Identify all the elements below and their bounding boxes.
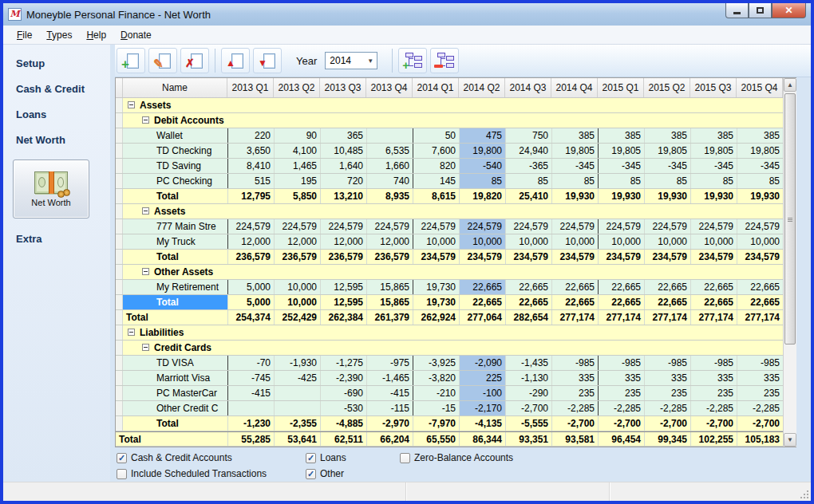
collapse-icon[interactable] xyxy=(142,268,149,275)
cell[interactable]: 8,410 xyxy=(227,159,274,173)
cell[interactable]: 235 xyxy=(598,386,644,400)
cell[interactable]: 86,344 xyxy=(459,432,505,446)
cell[interactable]: 224,579 xyxy=(737,219,783,234)
cell[interactable]: 5,000 xyxy=(227,280,274,294)
row-name-total[interactable]: Total xyxy=(123,310,227,325)
cell[interactable]: -425 xyxy=(274,371,320,385)
add-button[interactable]: + xyxy=(117,48,145,73)
cell[interactable]: 10,000 xyxy=(737,234,783,249)
cell[interactable]: 234,579 xyxy=(737,250,783,264)
cell[interactable]: 234,579 xyxy=(644,250,690,264)
cell[interactable]: 335 xyxy=(551,371,598,385)
cell[interactable] xyxy=(366,128,413,143)
scroll-down-icon[interactable]: ▼ xyxy=(784,433,796,447)
cell[interactable]: 12,795 xyxy=(227,189,274,203)
group-row-assets[interactable]: Assets xyxy=(123,204,783,219)
scrollbar-track[interactable] xyxy=(784,93,796,432)
cell[interactable]: -2,970 xyxy=(366,416,413,431)
checkbox-cash-credit-accounts[interactable]: ✓Cash & Credit Accounts xyxy=(117,451,306,465)
row-name-td-visa[interactable]: TD VISA xyxy=(123,356,227,370)
cell[interactable]: 12,595 xyxy=(320,295,366,309)
cell[interactable]: 335 xyxy=(690,371,737,385)
sidebar-item-setup[interactable]: Setup xyxy=(16,57,110,69)
resize-grip[interactable] xyxy=(807,497,808,498)
cell[interactable]: 224,579 xyxy=(320,219,366,234)
cell[interactable]: 720 xyxy=(320,174,366,188)
cell[interactable]: 12,000 xyxy=(320,234,366,249)
cell[interactable]: 22,665 xyxy=(598,295,644,309)
expand-all-button[interactable]: + xyxy=(398,48,427,73)
cell[interactable]: -4,885 xyxy=(320,416,366,431)
group-row-assets[interactable]: Assets xyxy=(123,98,783,112)
row-name-total[interactable]: Total xyxy=(123,416,227,431)
cell[interactable]: 22,665 xyxy=(690,295,737,309)
cell[interactable]: 224,579 xyxy=(413,219,459,234)
cell[interactable]: 236,579 xyxy=(320,250,366,264)
cell[interactable]: 385 xyxy=(737,128,783,143)
cell[interactable]: -745 xyxy=(227,371,274,385)
minimize-button[interactable] xyxy=(725,3,749,18)
cell[interactable]: 22,665 xyxy=(737,280,783,294)
cell[interactable]: 235 xyxy=(690,386,737,400)
cell[interactable]: -2,390 xyxy=(320,371,366,385)
cell[interactable]: 3,650 xyxy=(227,144,274,158)
cell[interactable]: 10,000 xyxy=(413,234,459,249)
cell[interactable]: 282,654 xyxy=(505,310,551,325)
sidebar-item-extra[interactable]: Extra xyxy=(16,233,110,245)
cell[interactable]: 252,429 xyxy=(274,310,320,325)
cell[interactable] xyxy=(227,401,274,415)
cell[interactable]: 5,000 xyxy=(227,295,274,309)
row-name-other-credit-c[interactable]: Other Credit C xyxy=(123,401,227,415)
cell[interactable]: -3,820 xyxy=(413,371,459,385)
cell[interactable]: 235 xyxy=(644,386,690,400)
cell[interactable]: 10,000 xyxy=(551,234,598,249)
cell[interactable]: -415 xyxy=(227,386,274,400)
cell[interactable]: 22,665 xyxy=(459,295,505,309)
cell[interactable]: 22,665 xyxy=(644,295,690,309)
cell[interactable]: 15,865 xyxy=(366,295,413,309)
cell[interactable]: 12,595 xyxy=(320,280,366,294)
cell[interactable]: 10,000 xyxy=(274,295,320,309)
cell[interactable]: 234,579 xyxy=(413,250,459,264)
row-name-marriott-visa[interactable]: Marriott Visa xyxy=(123,371,227,385)
cell[interactable]: 235 xyxy=(737,386,783,400)
cell[interactable]: 93,351 xyxy=(505,432,551,446)
cell[interactable]: 22,665 xyxy=(505,280,551,294)
cell[interactable]: 55,285 xyxy=(227,432,274,446)
cell[interactable]: 19,805 xyxy=(551,144,598,158)
cell[interactable]: 65,550 xyxy=(413,432,459,446)
cell[interactable]: -345 xyxy=(598,159,644,173)
checkbox-icon[interactable]: ✓ xyxy=(117,453,127,463)
cell[interactable]: 22,665 xyxy=(551,295,598,309)
cell[interactable]: 7,600 xyxy=(413,144,459,158)
cell[interactable]: 19,805 xyxy=(690,144,737,158)
edit-button[interactable]: ✎ xyxy=(148,48,177,73)
cell[interactable]: -2,355 xyxy=(274,416,320,431)
collapse-icon[interactable] xyxy=(128,329,135,336)
cell[interactable]: 85 xyxy=(551,174,598,188)
cell[interactable]: 1,660 xyxy=(366,159,413,173)
cell[interactable]: -345 xyxy=(737,159,783,173)
cell[interactable]: -7,970 xyxy=(413,416,459,431)
cell[interactable]: -1,275 xyxy=(320,356,366,370)
cell[interactable]: 66,204 xyxy=(366,432,413,446)
cell[interactable]: 145 xyxy=(413,174,459,188)
cell[interactable]: 224,579 xyxy=(598,219,644,234)
cell[interactable]: 19,730 xyxy=(413,295,459,309)
cell[interactable]: 93,581 xyxy=(551,432,598,446)
row-name-pc-checking[interactable]: PC Checking xyxy=(123,174,227,188)
cell[interactable]: 10,000 xyxy=(690,234,737,249)
cell[interactable]: -2,170 xyxy=(459,401,505,415)
cell[interactable]: 277,174 xyxy=(690,310,737,325)
cell[interactable]: 385 xyxy=(690,128,737,143)
cell[interactable]: 22,665 xyxy=(690,280,737,294)
export-button[interactable]: ▼ xyxy=(253,48,282,73)
cell[interactable]: -985 xyxy=(737,356,783,370)
year-select[interactable]: 2014 ▼ xyxy=(325,52,377,69)
cell[interactable]: 22,665 xyxy=(505,295,551,309)
cell[interactable]: -690 xyxy=(320,386,366,400)
cell[interactable]: 12,000 xyxy=(274,234,320,249)
row-name-total[interactable]: Total xyxy=(116,432,227,446)
vertical-scrollbar[interactable]: ▲ ▼ xyxy=(783,78,796,447)
cell[interactable]: 12,000 xyxy=(366,234,413,249)
